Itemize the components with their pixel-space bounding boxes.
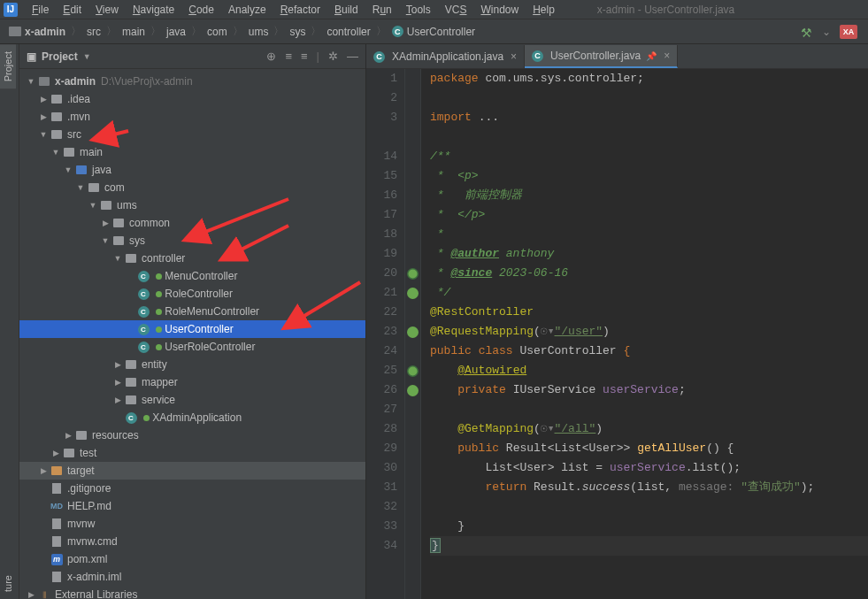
project-panel: ▣ Project ▼ ⊕ ≡ ≡ | ✲ — ▼ x-admin D:\Vue… bbox=[19, 44, 366, 599]
panel-tools: ⊕ ≡ ≡ | ✲ — bbox=[266, 50, 358, 63]
class-icon: C bbox=[138, 342, 150, 353]
tree-pomxml[interactable]: m pom.xml bbox=[19, 550, 365, 568]
crumb-class[interactable]: C UserController bbox=[388, 26, 479, 38]
menu-navigate[interactable]: Navigate bbox=[126, 2, 181, 18]
menu-tools[interactable]: Tools bbox=[399, 2, 438, 18]
menu-window[interactable]: Window bbox=[473, 2, 526, 18]
tree-service[interactable]: ▶ service bbox=[19, 391, 365, 409]
menu-vcs[interactable]: VCS bbox=[438, 2, 474, 18]
menu-file[interactable]: File bbox=[25, 2, 56, 18]
menu-build[interactable]: Build bbox=[327, 2, 365, 18]
tree-ums[interactable]: ▼ ums bbox=[19, 196, 365, 214]
tree-idea[interactable]: ▶ .idea bbox=[19, 90, 365, 108]
menu-edit[interactable]: Edit bbox=[56, 2, 88, 18]
crumb-root[interactable]: x-admin bbox=[5, 26, 69, 38]
menu-refactor[interactable]: Refactor bbox=[273, 2, 327, 18]
tab-user-controller[interactable]: C UserController.java 📌 × bbox=[525, 45, 678, 68]
hide-icon[interactable]: — bbox=[347, 50, 358, 63]
tree-label: mvnw bbox=[67, 518, 95, 530]
tree-gitignore[interactable]: .gitignore bbox=[19, 480, 365, 497]
package-icon bbox=[124, 393, 138, 407]
tree-user-ctrl[interactable]: C UserController bbox=[19, 320, 365, 338]
close-icon[interactable]: × bbox=[511, 50, 517, 63]
editor-gutter[interactable]: 1231415161718192021222324252627282930313… bbox=[366, 69, 405, 599]
crumb-ums[interactable]: ums bbox=[245, 26, 273, 38]
editor-area: C XAdminApplication.java × C UserControl… bbox=[366, 44, 868, 599]
tree-root[interactable]: ▼ x-admin D:\VueProj\x-admin bbox=[19, 73, 365, 90]
tree-src[interactable]: ▼ src bbox=[19, 126, 365, 143]
tree-resources[interactable]: ▶ resources bbox=[19, 426, 365, 444]
tree-label: java bbox=[92, 164, 111, 176]
svg-point-0 bbox=[409, 270, 418, 279]
tree-mvnw[interactable]: mvnw bbox=[19, 515, 365, 533]
expand-icon[interactable]: ≡ bbox=[285, 50, 292, 63]
crumb-main[interactable]: main bbox=[119, 26, 149, 38]
crumb-src[interactable]: src bbox=[83, 26, 104, 38]
run-config-badge[interactable]: XA bbox=[840, 25, 857, 39]
spring-bean-icon[interactable] bbox=[407, 326, 419, 338]
tree-label: .gitignore bbox=[67, 482, 111, 495]
menu-run[interactable]: Run bbox=[365, 2, 399, 18]
tool-tab-project[interactable]: Project bbox=[0, 44, 16, 88]
tree-common[interactable]: ▶ common bbox=[19, 214, 365, 232]
tree-main[interactable]: ▼ main bbox=[19, 143, 365, 161]
collapse-icon[interactable]: ≡ bbox=[301, 50, 308, 63]
spring-bean-icon[interactable] bbox=[407, 385, 419, 396]
crumb-sys[interactable]: sys bbox=[286, 26, 309, 38]
tree-sys[interactable]: ▼ sys bbox=[19, 232, 365, 250]
editor-body[interactable]: 1231415161718192021222324252627282930313… bbox=[366, 69, 868, 599]
project-tree[interactable]: ▼ x-admin D:\VueProj\x-admin ▶ .idea ▶ .… bbox=[19, 69, 365, 599]
tree-role-ctrl[interactable]: C RoleController bbox=[19, 285, 365, 303]
editor-marker-gutter[interactable] bbox=[405, 69, 421, 599]
project-panel-header: ▣ Project ▼ ⊕ ≡ ≡ | ✲ — bbox=[19, 44, 365, 69]
tree-iml[interactable]: x-admin.iml bbox=[19, 568, 365, 586]
crumb-java[interactable]: java bbox=[163, 26, 189, 38]
tree-ext-lib[interactable]: ▶⫴ External Libraries bbox=[19, 586, 365, 599]
tree-mvnwcmd[interactable]: mvnw.cmd bbox=[19, 533, 365, 550]
crumb-class-label: UserController bbox=[407, 26, 475, 38]
menu-view[interactable]: View bbox=[88, 2, 126, 18]
code-area[interactable]: package com.ums.sys.controller; import .… bbox=[421, 69, 868, 599]
tool-tab-structure[interactable]: ture bbox=[0, 568, 16, 599]
panel-title-label: Project bbox=[42, 50, 78, 63]
tab-label: UserController.java bbox=[550, 50, 641, 62]
spring-bean-icon[interactable] bbox=[407, 288, 419, 299]
menu-help[interactable]: Help bbox=[526, 2, 562, 18]
tree-menu-ctrl[interactable]: C MenuController bbox=[19, 267, 365, 285]
build-icon[interactable] bbox=[801, 26, 813, 38]
tree-test[interactable]: ▶ test bbox=[19, 444, 365, 462]
tree-java[interactable]: ▼ java bbox=[19, 161, 365, 179]
tree-target[interactable]: ▶ target bbox=[19, 462, 365, 480]
tree-mapper[interactable]: ▶ mapper bbox=[19, 373, 365, 391]
tree-rolemenu-ctrl[interactable]: C RoleMenuController bbox=[19, 303, 365, 320]
run-config-dropdown[interactable]: ⌄ bbox=[822, 26, 831, 38]
tree-label: MenuController bbox=[165, 270, 237, 282]
menu-analyze[interactable]: Analyze bbox=[221, 2, 273, 18]
crumb-controller[interactable]: controller bbox=[323, 26, 373, 38]
endpoint-icon[interactable] bbox=[407, 365, 419, 377]
select-target-icon[interactable]: ⊕ bbox=[266, 50, 276, 63]
md-icon: MD bbox=[50, 499, 64, 513]
tree-userrole-ctrl[interactable]: C UserRoleController bbox=[19, 338, 365, 356]
crumb-com[interactable]: com bbox=[204, 26, 231, 38]
tree-mvn[interactable]: ▶ .mvn bbox=[19, 108, 365, 126]
tab-xadmin-app[interactable]: C XAdminApplication.java × bbox=[366, 45, 525, 68]
tree-entity[interactable]: ▶ entity bbox=[19, 356, 365, 373]
tree-label: RoleController bbox=[165, 288, 233, 300]
endpoint-icon[interactable] bbox=[407, 268, 419, 280]
package-icon bbox=[124, 251, 138, 265]
tree-label: com bbox=[104, 181, 125, 194]
tree-helpmd[interactable]: MD HELP.md bbox=[19, 497, 365, 515]
project-panel-title[interactable]: ▣ Project ▼ bbox=[27, 50, 91, 63]
tree-label: service bbox=[142, 394, 175, 406]
tree-xadmin-app[interactable]: C XAdminApplication bbox=[19, 409, 365, 426]
menu-code[interactable]: Code bbox=[181, 2, 221, 18]
tree-controller[interactable]: ▼ controller bbox=[19, 250, 365, 267]
svg-point-4 bbox=[409, 387, 418, 395]
tree-com[interactable]: ▼ com bbox=[19, 179, 365, 196]
pin-icon[interactable]: 📌 bbox=[646, 51, 657, 61]
gear-icon[interactable]: ✲ bbox=[328, 50, 338, 63]
package-icon bbox=[99, 198, 113, 212]
iml-icon bbox=[50, 570, 64, 584]
close-icon[interactable]: × bbox=[664, 50, 670, 62]
